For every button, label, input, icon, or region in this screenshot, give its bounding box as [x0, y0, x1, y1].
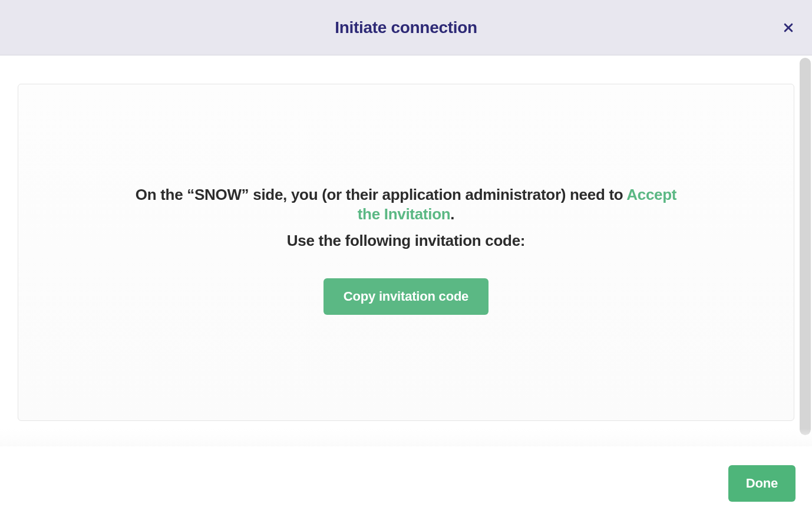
modal-header: Initiate connection: [0, 0, 812, 55]
close-icon[interactable]: [781, 21, 796, 35]
code-instruction: Use the following invitation code:: [123, 232, 689, 250]
instruction-suffix: .: [450, 205, 454, 223]
modal-title: Initiate connection: [335, 18, 477, 37]
done-button[interactable]: Done: [728, 465, 796, 502]
copy-invitation-code-button[interactable]: Copy invitation code: [324, 278, 488, 315]
scrollbar[interactable]: [800, 58, 811, 435]
modal-footer: Done: [0, 446, 812, 520]
instruction-prefix: On the “SNOW” side, you (or their applic…: [136, 186, 627, 203]
instruction-text: On the “SNOW” side, you (or their applic…: [123, 185, 689, 223]
content-inner: On the “SNOW” side, you (or their applic…: [123, 185, 689, 315]
content-panel: On the “SNOW” side, you (or their applic…: [18, 84, 794, 421]
modal-body: On the “SNOW” side, you (or their applic…: [0, 55, 812, 446]
